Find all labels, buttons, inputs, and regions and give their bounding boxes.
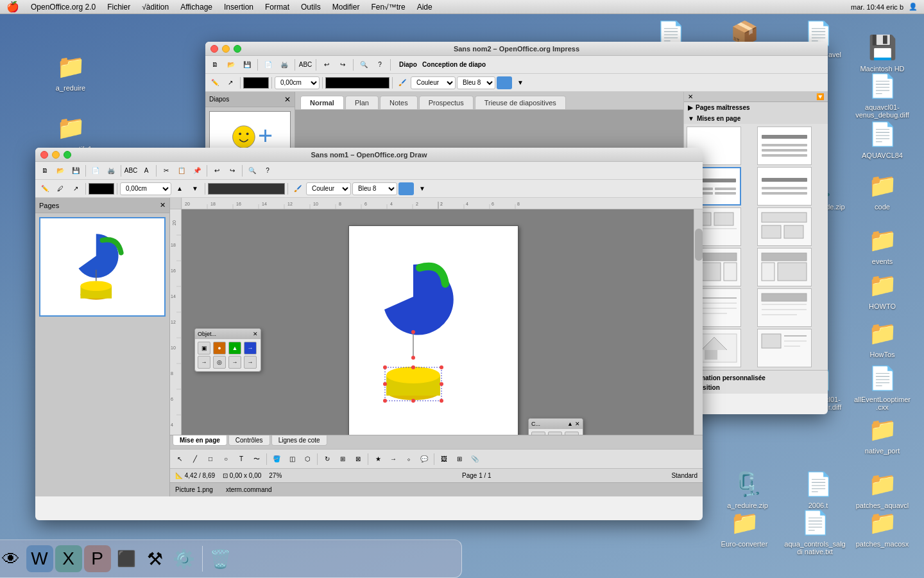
draw-color-box2[interactable] [208,183,285,195]
desktop-icon-patches-aquavcl[interactable]: 📁 patches_aquavcl [853,469,911,509]
dtb-copy[interactable]: 📋 [175,164,189,177]
desktop-icon-patches-macosx[interactable]: 📁 patches_macosx [853,507,911,548]
dock-xcode[interactable]: ⚒ [142,545,169,572]
dtb2-down[interactable]: ▼ [188,182,202,195]
courbes-btn-1[interactable] [531,432,545,435]
impress-color-box[interactable] [243,77,269,89]
dock-word[interactable]: W [26,545,53,572]
pages-close-btn[interactable]: ✕ [160,201,166,209]
dtb2-edit[interactable]: ✏️ [38,182,52,195]
objet-btn-8[interactable]: → [244,356,257,369]
layout-12[interactable] [757,329,812,367]
slides-close-btn[interactable]: ✕ [284,95,291,104]
objet-btn-6[interactable]: ◎ [213,356,226,369]
dtb-spell[interactable]: ABC [124,164,138,177]
dtb-save[interactable]: 💾 [69,164,83,177]
dtb2-color-apply[interactable] [398,182,414,195]
tab-notes[interactable]: Notes [380,96,418,109]
courbes-btn-2[interactable] [548,432,562,435]
dtb-cut[interactable]: ✂ [159,164,173,177]
objet-btn-4[interactable]: → [244,342,257,355]
courbes-header[interactable]: C... ▲ ✕ [529,419,583,429]
menu-affichage[interactable]: Affichage [175,1,218,13]
menu-outils[interactable]: Outils [296,1,326,13]
desktop-icon-macintosh-hd[interactable]: 💾 Macintosh HD [853,32,911,73]
animation-label[interactable]: Animation personnalisée [687,373,825,383]
dtb-group[interactable]: ⊠ [351,453,365,466]
layout-8[interactable] [757,248,812,286]
dtb-bezier-tool[interactable]: 〜 [250,453,264,466]
dtb-redo[interactable]: ↪ [225,164,239,177]
dtb-new[interactable]: 🗎 [38,164,52,177]
dtb-fill-tool[interactable]: 🪣 [270,453,284,466]
tab-trieuse[interactable]: Trieuse de diapositives [475,96,566,109]
dock-ppt[interactable]: P [84,545,111,572]
tb-new[interactable]: 🗎 [208,58,222,71]
dtb-print[interactable]: 🖨️ [104,164,118,177]
impress-minimize-btn[interactable] [222,45,230,53]
dtb-insert-table[interactable]: ⊞ [452,453,466,466]
dtb2-line[interactable]: 🖊 [53,182,67,195]
menu-modifier[interactable]: Modifier [327,1,365,13]
draw-scrollbar-thumb[interactable] [695,229,703,261]
dtb-select-tool[interactable]: ↖ [173,453,187,466]
draw-scrollbar-v[interactable] [694,209,703,435]
dtb-align[interactable]: ⊞ [336,453,350,466]
tb2-color-apply[interactable] [497,76,512,89]
desktop-icon-menu-natifs[interactable]: 📁 menu_natifs1 [42,112,99,153]
tb-pdf[interactable]: 📄 [261,58,275,71]
menu-edition[interactable]: √àdition [137,1,174,13]
dtb-spell2[interactable]: A [139,164,153,177]
dtb-ellipse-tool[interactable]: ○ [219,453,233,466]
right-panel-close[interactable]: ✕ [688,93,693,100]
menu-fichier[interactable]: Fichier [102,1,135,13]
tb2-edit[interactable]: ✏️ [208,76,222,89]
dtb-help[interactable]: ? [261,164,275,177]
tb-zoom-in[interactable]: 🔍 [357,58,371,71]
transition-label[interactable]: Transition [687,383,825,392]
tb2-extra[interactable]: ▼ [513,76,527,89]
dtb-undo[interactable]: ↩ [210,164,224,177]
menu-format[interactable]: Format [260,1,295,13]
draw-close-btn[interactable] [40,151,48,159]
tb-save[interactable]: 💾 [240,58,254,71]
layout-6[interactable] [757,207,812,246]
dtb-rotate[interactable]: ↻ [320,453,334,466]
courbes-btn-3[interactable] [565,432,579,435]
dtb-rect-tool[interactable]: □ [203,453,218,466]
tab-prospectus[interactable]: Prospectus [419,96,474,109]
dtb-paste[interactable]: 📌 [190,164,204,177]
layout-title-content[interactable] [757,127,812,165]
dock-excel[interactable]: X [55,545,82,572]
dtb-callout[interactable]: 💬 [417,453,431,466]
desktop-icon-howto[interactable]: 📁 HOWTO [853,270,911,310]
desktop-icon-native-port[interactable]: 📁 native_port [853,414,911,455]
desktop-icon-aquavcl84[interactable]: 📄 AQUAVCL84 [853,119,911,159]
dtb-flowchart[interactable]: ⬦ [402,453,416,466]
dtb-arrow-shapes[interactable]: → [386,453,400,466]
draw-fill-select[interactable]: Couleur [306,182,351,195]
desktop-icon-aquavcl01[interactable]: 📄 aquavcl01-venus_debug.diff [853,71,911,119]
courbes-close[interactable]: ✕ [575,421,580,427]
dtb-insert-obj[interactable]: 📎 [468,453,482,466]
menu-insertion[interactable]: Insertion [219,1,259,13]
right-panel-collapse[interactable]: 🔽 [816,93,824,100]
desktop-icon-allEvent[interactable]: 📄 allEventLooptimer.cxx [853,363,911,411]
dtb-3d-tool[interactable]: ⬡ [300,453,314,466]
menu-aide[interactable]: Aide [412,1,438,13]
impress-fill-select[interactable]: Couleur [411,76,456,89]
desktop-icon-areduire-zip[interactable]: 🗜️ a_reduire.zip [719,469,776,509]
objet-toolbar-header[interactable]: Objet... ✕ [195,329,261,339]
tb-undo[interactable]: ↩ [320,58,334,71]
tab-plan[interactable]: Plan [345,96,379,109]
objet-btn-5[interactable]: → [198,356,210,369]
draw-tab-controles[interactable]: Contrôles [228,435,270,446]
dtb-line-tool[interactable]: ╱ [188,453,202,466]
dtb2-up[interactable]: ▲ [173,182,187,195]
tb2-color-picker[interactable]: 🖌️ [395,76,409,89]
tab-normal[interactable]: Normal [300,96,344,109]
draw-fontsize[interactable]: 0,00cm [120,182,171,195]
desktop-icon-2006t[interactable]: 📄 2006.t [789,469,847,509]
layout-10[interactable] [757,288,812,327]
apple-menu[interactable]: 🍎 [0,1,26,13]
